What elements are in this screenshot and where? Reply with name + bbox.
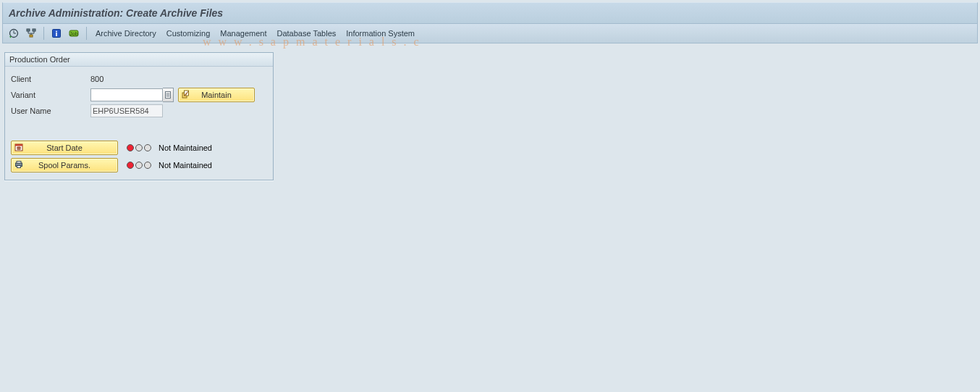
variant-input[interactable]: [90, 88, 163, 101]
toolbar-link-management[interactable]: Management: [217, 28, 269, 39]
maintain-button[interactable]: Maintain: [178, 88, 255, 102]
content-area: Production Order Client 800 Variant: [0, 43, 980, 189]
spool-params-button[interactable]: Spool Params.: [11, 158, 118, 172]
spool-status-text: Not Maintained: [159, 161, 212, 170]
page-title: Archive Administration: Create Archive F…: [9, 7, 223, 19]
toolbar-separator: [86, 27, 87, 40]
start-date-button[interactable]: Start Date: [11, 141, 118, 155]
start-date-button-label: Start Date: [46, 143, 83, 152]
job-icon[interactable]: Job: [67, 27, 80, 40]
toolbar-link-information-system[interactable]: Information System: [343, 28, 418, 39]
archive-network-icon[interactable]: [25, 27, 38, 40]
svg-point-8: [56, 31, 57, 33]
username-input: [90, 104, 163, 117]
svg-text:Job: Job: [69, 31, 77, 36]
toolbar-link-database-tables[interactable]: Database Tables: [274, 28, 339, 39]
client-label: Client: [11, 75, 90, 83]
start-date-status-icon: [127, 144, 151, 151]
info-icon[interactable]: [50, 27, 63, 40]
svg-rect-19: [15, 144, 22, 146]
svg-rect-5: [33, 29, 35, 31]
svg-marker-3: [9, 36, 12, 38]
toolbar-separator: [43, 27, 44, 40]
username-label: User Name: [11, 107, 90, 115]
printer-icon: [14, 160, 23, 170]
toolbar-link-customizing[interactable]: Customizing: [164, 28, 214, 39]
toolbar-link-archive-directory[interactable]: Archive Directory: [93, 28, 159, 39]
svg-rect-6: [30, 35, 33, 37]
maintain-icon: [182, 90, 190, 100]
calendar-icon: [14, 143, 23, 153]
production-order-panel: Production Order Client 800 Variant: [4, 52, 274, 180]
maintain-button-label: Maintain: [201, 91, 232, 99]
execute-icon[interactable]: [7, 27, 20, 40]
start-date-status-text: Not Maintained: [159, 143, 212, 152]
spool-status-icon: [127, 162, 151, 169]
client-value: 800: [90, 75, 104, 83]
variant-search-help-icon[interactable]: [163, 88, 174, 102]
application-toolbar: Job Archive Directory Customizing Manage…: [2, 24, 978, 43]
panel-title: Production Order: [5, 53, 273, 67]
title-bar: Archive Administration: Create Archive F…: [2, 2, 978, 24]
variant-label: Variant: [11, 91, 90, 99]
spool-params-button-label: Spool Params.: [38, 161, 90, 170]
svg-rect-4: [27, 29, 30, 31]
svg-rect-9: [56, 33, 57, 36]
svg-rect-26: [17, 166, 21, 168]
